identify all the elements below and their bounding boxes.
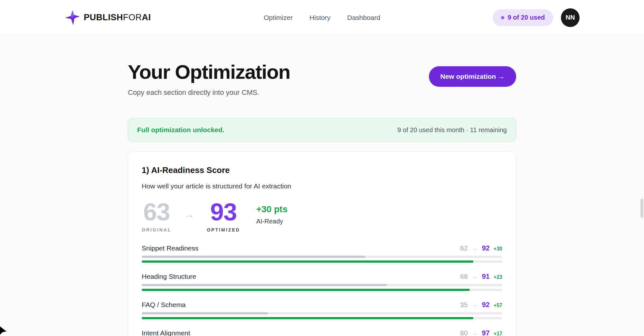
nav-optimizer[interactable]: Optimizer	[264, 14, 293, 22]
arrow-icon: →	[471, 330, 478, 336]
main-nav: Optimizer History Dashboard	[264, 0, 380, 35]
usage-badge: 9 of 20 used	[493, 9, 553, 26]
metric-row-intent-alignment: Intent Alignment 80 → 97 +17	[142, 329, 502, 336]
arrow-icon: →	[471, 245, 478, 252]
original-score-block: 63 ORIGINAL	[142, 200, 171, 232]
metric-values: 35 → 92 +57	[460, 301, 502, 309]
optimized-bar-track	[142, 289, 502, 291]
metric-label: Snippet Readiness	[142, 244, 198, 252]
metric-row-snippet-readiness: Snippet Readiness 62 → 92 +30	[142, 244, 502, 263]
original-bar-track	[142, 284, 502, 286]
metric-optimized: 91	[482, 272, 489, 281]
cursor-pointer-icon	[0, 324, 8, 336]
optimized-score-label: OPTIMIZED	[207, 227, 240, 232]
original-bar-track	[142, 256, 502, 258]
page-head: Your Optimization Copy each section dire…	[128, 60, 516, 97]
card-title: 1) AI-Readiness Score	[142, 165, 502, 175]
original-score: 63	[142, 200, 171, 224]
metric-values: 68 → 91 +23	[460, 272, 502, 281]
metric-values: 62 → 92 +30	[460, 244, 502, 252]
usage-dot-icon	[501, 16, 504, 19]
metric-optimized: 92	[482, 244, 489, 252]
score-delta: +30 pts	[256, 204, 288, 214]
score-delta-caption: AI-Ready	[256, 218, 288, 225]
metric-original: 68	[460, 273, 468, 280]
optimized-bar-fill	[142, 289, 470, 291]
metric-label: FAQ / Schema	[142, 301, 186, 309]
unlock-banner-usage: 9 of 20 used this month · 11 remaining	[397, 126, 507, 134]
metric-row-faq-schema: FAQ / Schema 35 → 92 +57	[142, 301, 502, 319]
unlock-banner: Full optimization unlocked. 9 of 20 used…	[128, 118, 516, 142]
original-bar-fill	[142, 256, 365, 258]
original-bar-track	[142, 312, 502, 314]
avatar[interactable]: NN	[561, 8, 580, 27]
original-bar-fill	[142, 312, 268, 314]
metric-optimized: 92	[482, 301, 489, 309]
unlock-banner-message: Full optimization unlocked.	[137, 126, 224, 134]
optimized-bar-fill	[142, 260, 473, 263]
optimized-bar-track	[142, 317, 502, 319]
optimized-score: 93	[207, 200, 240, 224]
app-header: PUBLISHFORAI Optimizer History Dashboard…	[0, 0, 644, 35]
metric-row-heading-structure: Heading Structure 68 → 91 +23	[142, 272, 502, 291]
optimized-score-block: 93 OPTIMIZED	[207, 200, 240, 232]
brand-star-icon	[64, 10, 80, 26]
metric-label: Intent Alignment	[142, 329, 190, 336]
original-bar-fill	[142, 284, 387, 286]
original-score-label: ORIGINAL	[142, 227, 171, 232]
main-content: Your Optimization Copy each section dire…	[0, 60, 644, 336]
ai-readiness-card: 1) AI-Readiness Score How well your arti…	[128, 151, 516, 336]
brand-wordmark: PUBLISHFORAI	[84, 13, 151, 23]
optimized-bar-fill	[142, 317, 473, 319]
usage-badge-label: 9 of 20 used	[507, 14, 545, 21]
metric-original: 62	[460, 244, 468, 252]
new-optimization-button[interactable]: New optimization →	[429, 66, 516, 87]
metric-delta: +57	[494, 303, 502, 308]
metric-original: 35	[460, 301, 468, 309]
nav-dashboard[interactable]: Dashboard	[347, 14, 380, 22]
nav-history[interactable]: History	[309, 14, 330, 22]
page-title: Your Optimization	[128, 60, 290, 83]
scrollbar-thumb[interactable]	[640, 199, 643, 218]
header-right: 9 of 20 used NN	[493, 8, 580, 27]
score-comparison: 63 ORIGINAL → 93 OPTIMIZED +30 pts AI-Re…	[142, 200, 502, 232]
metric-values: 80 → 97 +17	[460, 329, 502, 336]
optimized-bar-track	[142, 260, 502, 263]
metric-original: 80	[460, 329, 468, 336]
metric-delta: +23	[494, 274, 502, 280]
metric-delta: +17	[494, 331, 502, 336]
metric-optimized: 97	[482, 329, 489, 336]
page-subtitle: Copy each section directly into your CMS…	[128, 88, 290, 97]
metrics-list: Snippet Readiness 62 → 92 +30 Heading St…	[142, 244, 502, 336]
arrow-icon: →	[184, 208, 194, 221]
score-delta-block: +30 pts AI-Ready	[256, 204, 288, 225]
metric-label: Heading Structure	[142, 273, 196, 280]
metric-delta: +30	[494, 246, 502, 252]
card-subtitle: How well your article is structured for …	[142, 182, 502, 190]
arrow-icon: →	[471, 273, 478, 280]
arrow-icon: →	[471, 301, 478, 309]
brand-logo[interactable]: PUBLISHFORAI	[64, 10, 151, 26]
